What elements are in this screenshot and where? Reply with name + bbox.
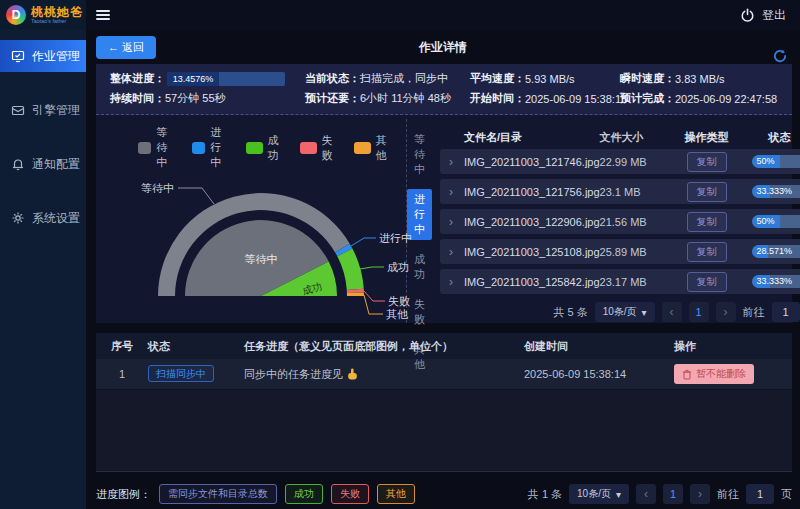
page-size-select[interactable]: 10条/页▾: [569, 484, 629, 504]
current-page[interactable]: 1: [689, 302, 709, 322]
row-progress-label: 28.571%: [757, 245, 793, 258]
sidebar-item-label: 引擎管理: [32, 102, 80, 119]
goto-page-input[interactable]: [746, 484, 774, 504]
page-title: 作业详情: [419, 39, 467, 56]
prev-page-button[interactable]: ‹: [662, 302, 682, 322]
expand-icon[interactable]: ›: [440, 275, 462, 289]
row-progress-bar: 28.571%: [752, 245, 800, 258]
cell-filename: IMG_20211003_125842.jpg: [462, 276, 600, 288]
gauge-inner-label-waiting: 等待中: [245, 253, 278, 265]
footer: 进度图例： 需同步文件和目录总数 成功 失败 其他 共 1 条 10条/页▾ ‹…: [96, 484, 792, 504]
legend-tag-success: 成功: [285, 484, 323, 504]
cell-created-time: 2025-06-09 15:38:14: [524, 368, 674, 380]
col-index: 序号: [96, 339, 148, 354]
sidebar-item-label: 通知配置: [32, 156, 80, 173]
row-progress-label: 33.333%: [757, 275, 793, 288]
task-table-empty-area: [96, 390, 792, 472]
scan-sync-status-tag: 扫描同步中: [148, 365, 214, 382]
logout-button[interactable]: 登出: [762, 7, 786, 24]
row-progress-bar: 33.333%: [752, 275, 800, 288]
cell-filename: IMG_20211003_121756.jpg: [462, 186, 600, 198]
stat-value: 57分钟 55秒: [165, 91, 226, 106]
next-page-button[interactable]: ›: [690, 484, 710, 504]
job-stats: 整体进度： 13.4576% 当前状态：扫描完成，同步中 平均速度：5.93 M…: [96, 64, 792, 115]
engine-icon: [11, 103, 25, 117]
prev-page-button[interactable]: ‹: [636, 484, 656, 504]
app-logo: D 桃桃她爸 Taotao's father: [0, 0, 86, 30]
table-row: › IMG_20211003_125842.jpg 23.17 MB 复制 33…: [440, 269, 800, 294]
cell-filesize: 23.1 MB: [600, 186, 676, 198]
menu-collapse-icon[interactable]: [96, 8, 110, 22]
stat-duration: 持续时间：57分钟 55秒: [110, 91, 305, 106]
task-row: 1 扫描同步中 同步中的任务进度见 2025-06-09 15:38:14 暂不…: [96, 359, 792, 390]
page-size-select[interactable]: 10条/页▾: [595, 302, 655, 322]
current-page[interactable]: 1: [663, 484, 683, 504]
sidebar-item-engine-management[interactable]: 引擎管理: [0, 94, 86, 126]
stat-label: 开始时间：: [470, 91, 525, 106]
cell-filesize: 21.56 MB: [600, 216, 676, 228]
stat-value: 2025-06-09 22:47:58: [675, 93, 777, 105]
table-row: › IMG_20211003_125108.jpg 25.89 MB 复制 28…: [440, 239, 800, 264]
copy-action-tag[interactable]: 复制: [687, 212, 727, 232]
table-row: › IMG_20211003_122906.jpg 21.56 MB 复制 50…: [440, 209, 800, 234]
chevron-down-icon: ▾: [616, 489, 621, 500]
stat-label: 持续时间：: [110, 91, 165, 106]
copy-action-tag[interactable]: 复制: [687, 272, 727, 292]
copy-action-tag[interactable]: 复制: [687, 182, 727, 202]
refresh-icon[interactable]: [772, 48, 788, 64]
brand-subtitle: Taotao's father: [31, 18, 78, 23]
cell-filesize: 25.89 MB: [600, 246, 676, 258]
logo-icon: D: [6, 5, 26, 25]
gauge-svg: 等待中 进行中 成功 失败 其他 等待中 成功: [106, 141, 416, 323]
next-page-button[interactable]: ›: [716, 302, 736, 322]
total-count: 共 5 条: [553, 305, 587, 320]
stat-value: 2025-06-09 15:38:15: [525, 93, 627, 105]
col-filename: 文件名/目录: [440, 130, 600, 145]
cell-filesize: 23.17 MB: [600, 276, 676, 288]
expand-icon[interactable]: ›: [440, 245, 462, 259]
top-bar: D 桃桃她爸 Taotao's father 登出: [0, 0, 800, 30]
legend-tag-other: 其他: [377, 484, 415, 504]
row-progress-label: 33.333%: [757, 185, 793, 198]
callout-other: 其他: [386, 308, 408, 320]
delete-disabled-button[interactable]: 暂不能删除: [674, 364, 754, 384]
row-progress-bar: 33.333%: [752, 185, 800, 198]
copy-action-tag[interactable]: 复制: [687, 152, 727, 172]
stat-label: 平均速度：: [470, 71, 525, 86]
power-icon[interactable]: [740, 8, 755, 23]
sidebar-item-notification-config[interactable]: 通知配置: [0, 148, 86, 180]
trash-icon: [682, 369, 692, 380]
job-icon: [11, 49, 25, 63]
expand-icon[interactable]: ›: [440, 215, 462, 229]
stat-label: 预计完成：: [620, 91, 675, 106]
cell-filename: IMG_20211003_122906.jpg: [462, 216, 600, 228]
page-unit-label: 页: [781, 487, 792, 502]
back-button[interactable]: ← 返回: [96, 36, 156, 59]
page-header: ← 返回 作业详情: [86, 30, 800, 64]
sidebar-item-system-settings[interactable]: 系统设置: [0, 202, 86, 234]
sidebar-item-label: 作业管理: [32, 48, 80, 65]
point-up-icon: [347, 368, 358, 380]
bell-icon: [11, 157, 25, 171]
task-table: 序号 状态 任务进度（意义见页面底部图例，单位个） 创建时间 操作 1 扫描同步…: [96, 333, 792, 472]
progress-legend-label: 进度图例：: [96, 487, 151, 502]
main-content: ← 返回 作业详情 整体进度： 13.4576% 当前状态：扫描完成，同步中 平…: [86, 30, 800, 509]
file-table-pagination: 共 5 条 10条/页▾ ‹ 1 › 前往 页: [440, 302, 800, 322]
stat-value: 5.93 MB/s: [525, 73, 575, 85]
sidebar-item-job-management[interactable]: 作业管理: [0, 40, 86, 72]
copy-action-tag[interactable]: 复制: [687, 242, 727, 262]
row-progress-bar: 50%: [752, 155, 800, 168]
expand-icon[interactable]: ›: [440, 155, 462, 169]
stat-start-time: 开始时间：2025-06-09 15:38:15: [470, 91, 620, 106]
goto-page-input[interactable]: [772, 302, 800, 322]
expand-icon[interactable]: ›: [440, 185, 462, 199]
job-detail-panel: 整体进度： 13.4576% 当前状态：扫描完成，同步中 平均速度：5.93 M…: [96, 64, 792, 323]
cell-filesize: 22.99 MB: [600, 156, 676, 168]
col-operation: 操作: [674, 339, 792, 354]
stat-value: 6小时 11分钟 48秒: [360, 91, 451, 106]
goto-label: 前往: [743, 305, 765, 320]
delete-button-label: 暂不能删除: [696, 367, 746, 381]
callout-running: 进行中: [379, 232, 412, 244]
overall-progress-bar: 13.4576%: [167, 72, 285, 86]
ring-success: [337, 248, 364, 290]
